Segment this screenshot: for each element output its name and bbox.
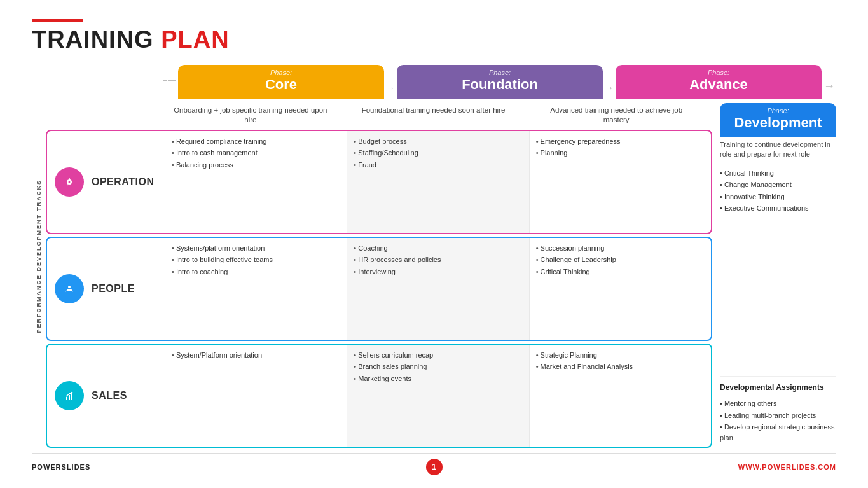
list-item: Market and Financial Analysis xyxy=(536,361,705,372)
sales-core-cell: System/Platform orientation xyxy=(165,345,347,447)
operation-icon xyxy=(55,167,84,197)
list-item: Executive Communications xyxy=(720,203,836,214)
desc-advance: Advanced training needed to achieve job … xyxy=(531,103,701,127)
vertical-label-col: PERFORMANCE DEVELOPMENT TRACKS xyxy=(32,65,46,448)
phase-headers: Phase: Core → Phase: Foundation → Phase:… xyxy=(176,65,823,99)
phase-foundation-header: Phase: Foundation xyxy=(397,65,603,99)
footer-right: WWW.POWERLIDES.COM xyxy=(568,463,836,471)
list-item: Balancing process xyxy=(172,160,340,171)
list-item: Mentoring others xyxy=(720,398,836,409)
title-red: PLAN xyxy=(161,26,229,53)
track-people: PEOPLE Systems/platform orientation Intr… xyxy=(46,237,712,341)
phase-core-header: Phase: Core xyxy=(178,65,384,99)
dev-assignments-title: Developmental Assignments xyxy=(720,383,836,392)
red-accent-line xyxy=(32,19,83,22)
list-item: Intro to coaching xyxy=(172,267,340,277)
sales-advance-cell: Strategic Planning Market and Financial … xyxy=(529,345,711,447)
list-item: Intro to cash management xyxy=(172,148,340,158)
svg-rect-6 xyxy=(69,395,70,400)
list-item: Succession planning xyxy=(536,243,705,254)
people-advance-cell: Succession planning Challenge of Leaders… xyxy=(529,238,711,340)
arrow-1: → xyxy=(386,83,395,99)
table-area: Phase: Core → Phase: Foundation → Phase:… xyxy=(46,65,836,448)
people-icon xyxy=(55,274,84,303)
list-item: Systems/platform orientation xyxy=(172,243,340,254)
dev-assignments-section: Developmental Assignments Mentoring othe… xyxy=(720,376,836,448)
track-people-label: PEOPLE xyxy=(47,238,165,340)
desc-cells: Onboarding + job specific training neede… xyxy=(163,103,712,127)
dev-assignments-items: Mentoring others Leading multi-branch pr… xyxy=(720,394,836,448)
sales-cells: System/Platform orientation Sellers curr… xyxy=(165,345,711,447)
svg-point-1 xyxy=(69,181,71,183)
phase-core-label: Phase: xyxy=(184,69,378,76)
desc-foundation: Foundational training needed soon after … xyxy=(348,103,519,127)
footer: POWERSLIDES 1 WWW.POWERLIDES.COM xyxy=(32,453,836,475)
arrow-right: → xyxy=(823,80,836,99)
phase-advance-header: Phase: Advance xyxy=(616,65,822,99)
list-item: Change Management xyxy=(720,179,836,190)
list-item: Planning xyxy=(536,148,705,158)
list-item: Branch sales planning xyxy=(354,361,522,372)
list-item: Critical Thinking xyxy=(536,267,705,277)
list-item: Sellers curriculum recap xyxy=(354,350,522,361)
list-item: Required compliance training xyxy=(172,136,340,147)
vertical-label: PERFORMANCE DEVELOPMENT TRACKS xyxy=(36,179,42,333)
phase-row: Phase: Core → Phase: Foundation → Phase:… xyxy=(46,65,836,99)
list-item: Challenge of Leadership xyxy=(536,254,705,265)
operation-advance-cell: Emergency preparedness Planning xyxy=(529,131,711,233)
dev-phase-label: Phase: xyxy=(726,107,830,115)
list-item: Innovative Thinking xyxy=(720,192,836,202)
people-core-cell: Systems/platform orientation Intro to bu… xyxy=(165,238,347,340)
list-item: Marketing events xyxy=(354,373,522,384)
page-number: 1 xyxy=(426,459,443,475)
desc-core: Onboarding + job specific training neede… xyxy=(165,103,336,127)
people-foundation-cell: Coaching HR processes and policies Inter… xyxy=(347,238,528,340)
phase-foundation-name: Foundation xyxy=(403,76,596,93)
svg-point-3 xyxy=(68,286,71,288)
sales-name: SALES xyxy=(92,390,127,401)
title-black: TRAINING xyxy=(32,26,154,53)
development-column: Phase: Development Training to continue … xyxy=(712,103,836,448)
track-sales-label: SALES xyxy=(47,345,165,447)
footer-center: 1 xyxy=(300,459,568,475)
page-title: TRAINING PLAN xyxy=(32,27,836,53)
svg-rect-7 xyxy=(71,393,72,400)
dev-description: Training to continue development in role… xyxy=(720,137,836,164)
phase-core-name: Core xyxy=(184,76,378,93)
track-operation: OPERATION Required compliance training I… xyxy=(46,130,712,234)
operation-cells: Required compliance training Intro to ca… xyxy=(165,131,711,233)
list-item: Intro to building effective teams xyxy=(172,254,340,265)
list-item: Leading multi-branch projects xyxy=(720,410,836,421)
dev-phase-name: Development xyxy=(726,115,830,131)
phase-foundation-label: Phase: xyxy=(403,69,596,76)
track-operation-label: OPERATION xyxy=(47,131,165,233)
list-item: System/Platform orientation xyxy=(172,350,340,361)
track-sales: SALES System/Platform orientation xyxy=(46,344,712,448)
list-item: Interviewing xyxy=(354,267,522,277)
operation-core-cell: Required compliance training Intro to ca… xyxy=(165,131,347,233)
list-item: Strategic Planning xyxy=(536,350,705,361)
list-item: HR processes and policies xyxy=(354,254,522,265)
operation-name: OPERATION xyxy=(92,176,154,188)
list-item: Fraud xyxy=(354,160,522,171)
sales-foundation-cell: Sellers curriculum recap Branch sales pl… xyxy=(347,345,528,447)
desc-row: Onboarding + job specific training neede… xyxy=(46,103,712,127)
arrow-2: → xyxy=(605,83,614,99)
phase-advance-label: Phase: xyxy=(622,69,815,76)
list-item: Coaching xyxy=(354,243,522,254)
svg-rect-5 xyxy=(66,397,67,400)
footer-left: POWERSLIDES xyxy=(32,463,300,471)
tracks: OPERATION Required compliance training I… xyxy=(46,130,712,448)
list-item: Develop regional strategic business plan xyxy=(720,422,836,443)
list-item: Staffing/Scheduling xyxy=(354,148,522,158)
operation-foundation-cell: Budget process Staffing/Scheduling Fraud xyxy=(347,131,528,233)
sales-icon xyxy=(55,381,84,410)
dev-operation-items: Critical Thinking Change Management Inno… xyxy=(720,164,836,376)
people-name: PEOPLE xyxy=(92,283,135,295)
header: TRAINING PLAN xyxy=(32,19,836,53)
phase-advance-name: Advance xyxy=(622,76,815,93)
list-item: Critical Thinking xyxy=(720,168,836,179)
list-item: Budget process xyxy=(354,136,522,147)
list-item: Emergency preparedness xyxy=(536,136,705,147)
people-cells: Systems/platform orientation Intro to bu… xyxy=(165,238,711,340)
